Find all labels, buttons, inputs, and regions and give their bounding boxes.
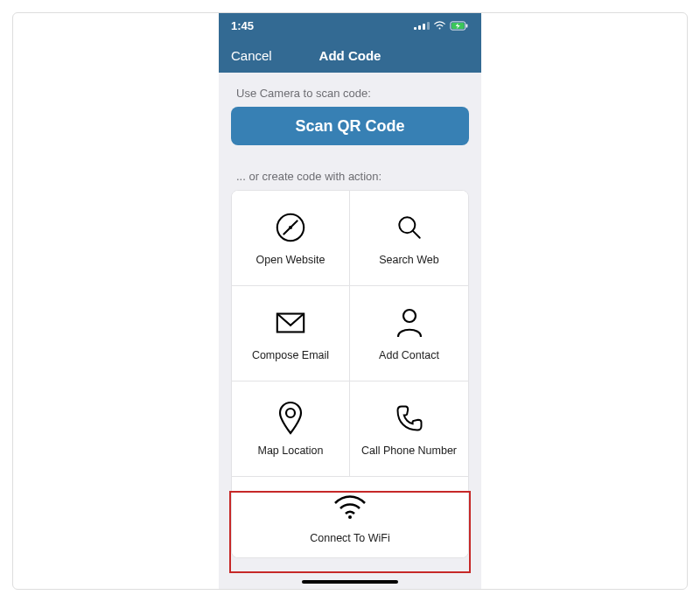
clock: 1:45 bbox=[231, 19, 254, 32]
nav-bar: Cancel Add Code bbox=[219, 38, 481, 73]
svg-point-8 bbox=[403, 310, 416, 322]
cancel-button[interactable]: Cancel bbox=[231, 48, 272, 63]
action-label: Call Phone Number bbox=[361, 444, 457, 457]
action-label: Add Contact bbox=[379, 349, 439, 361]
search-icon bbox=[392, 210, 427, 245]
action-add-contact[interactable]: Add Contact bbox=[350, 286, 468, 381]
scan-qr-button[interactable]: Scan QR Code bbox=[231, 107, 469, 145]
svg-point-10 bbox=[348, 515, 352, 519]
phone-icon bbox=[392, 401, 427, 436]
cellular-signal-icon bbox=[414, 22, 430, 30]
action-connect-wifi[interactable]: Connect To WiFi bbox=[232, 477, 468, 557]
home-indicator[interactable] bbox=[302, 580, 398, 584]
action-grid: Open Website Search Web Compose bbox=[231, 190, 469, 558]
action-label: Connect To WiFi bbox=[310, 532, 389, 544]
wifi-icon bbox=[433, 21, 446, 31]
svg-point-0 bbox=[439, 27, 441, 29]
svg-rect-3 bbox=[466, 24, 468, 27]
envelope-icon bbox=[273, 305, 308, 340]
action-open-website[interactable]: Open Website bbox=[232, 191, 350, 285]
wifi-large-icon bbox=[332, 490, 368, 525]
map-pin-icon bbox=[273, 401, 308, 436]
content-area: Use Camera to scan code: Scan QR Code ..… bbox=[219, 73, 481, 589]
action-map-location[interactable]: Map Location bbox=[232, 382, 350, 476]
action-label: Search Web bbox=[379, 254, 439, 266]
svg-point-9 bbox=[286, 409, 295, 417]
status-bar: 1:45 bbox=[219, 13, 481, 38]
action-label: Open Website bbox=[256, 254, 326, 266]
compass-icon bbox=[273, 210, 308, 245]
action-call-phone[interactable]: Call Phone Number bbox=[350, 382, 468, 476]
action-label: Compose Email bbox=[252, 349, 329, 361]
action-search-web[interactable]: Search Web bbox=[350, 191, 468, 285]
action-compose-email[interactable]: Compose Email bbox=[232, 286, 350, 381]
create-hint-label: ... or create code with action: bbox=[236, 170, 467, 183]
scan-hint-label: Use Camera to scan code: bbox=[236, 87, 467, 100]
person-icon bbox=[392, 305, 427, 340]
battery-icon bbox=[450, 21, 469, 31]
page-title: Add Code bbox=[319, 48, 382, 63]
action-label: Map Location bbox=[257, 444, 323, 457]
